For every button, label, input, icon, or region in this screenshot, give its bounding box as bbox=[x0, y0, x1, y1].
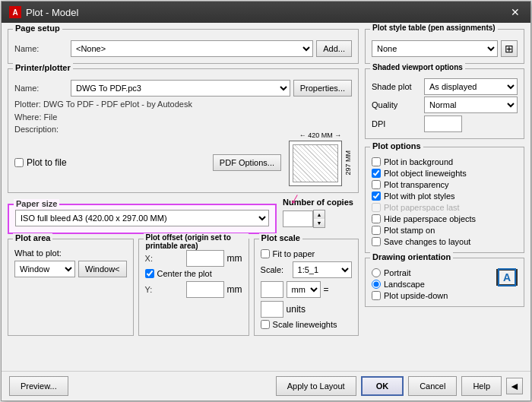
paper-diagram-inner bbox=[293, 144, 338, 182]
plot-offset-group: Plot offset (origin set to printable are… bbox=[138, 239, 249, 336]
center-plot-label: Center the plot bbox=[157, 269, 212, 278]
plot-style-select[interactable]: None bbox=[372, 40, 498, 57]
fit-to-paper-checkbox[interactable] bbox=[261, 249, 270, 258]
preview-button[interactable]: Preview... bbox=[9, 376, 68, 396]
description-label: Description: bbox=[14, 125, 59, 134]
plot-object-lineweights-checkbox[interactable] bbox=[372, 169, 381, 178]
y-unit: mm bbox=[227, 284, 242, 295]
dialog-title: Plot - Model bbox=[26, 7, 78, 18]
plot-in-background-checkbox[interactable] bbox=[372, 157, 381, 166]
hide-paperspace-objects-checkbox[interactable] bbox=[372, 214, 381, 223]
scale-val2-input[interactable]: 5 bbox=[261, 301, 283, 318]
paper-size-select[interactable]: ISO full bleed A3 (420.00 x 297.00 MM) bbox=[15, 210, 269, 226]
scale-values-row: 1 mm = bbox=[261, 281, 352, 298]
orientation-content: Portrait Landscape Plot upside-down A bbox=[372, 266, 518, 300]
plot-stamp-on-label: Plot stamp on bbox=[384, 226, 435, 235]
plot-stamp-on-row: Plot stamp on bbox=[372, 226, 518, 235]
dpi-row: DPI 100 bbox=[372, 116, 518, 132]
scale-val2-row: 5 units bbox=[261, 301, 352, 318]
plot-scale-group: Plot scale Fit to paper Scale: 1:5_1 1 bbox=[254, 239, 359, 336]
center-plot-checkbox[interactable] bbox=[145, 269, 154, 278]
plot-paperspace-last-label: Plot paperspace last bbox=[384, 203, 460, 212]
paper-diagram bbox=[289, 141, 342, 186]
pdf-options-button[interactable]: PDF Options... bbox=[213, 154, 281, 171]
apply-to-layout-button[interactable]: Apply to Layout bbox=[276, 376, 356, 396]
printer-name-label: Name: bbox=[14, 84, 68, 93]
plotter-label: Plotter: bbox=[14, 100, 41, 109]
plot-offset-title: Plot offset (origin set to printable are… bbox=[144, 233, 249, 250]
landscape-radio[interactable] bbox=[372, 280, 381, 289]
x-input[interactable]: 0.00 bbox=[186, 250, 224, 267]
portrait-radio[interactable] bbox=[372, 268, 381, 277]
scale-val1-input[interactable]: 1 bbox=[261, 281, 283, 298]
shade-plot-label: Shade plot bbox=[372, 82, 421, 91]
cancel-button[interactable]: Cancel bbox=[408, 376, 457, 396]
scale-lineweights-checkbox[interactable] bbox=[261, 320, 270, 329]
plot-with-plot-styles-label: Plot with plot styles bbox=[384, 192, 455, 201]
y-input[interactable]: 0.50 bbox=[186, 281, 224, 298]
bottom-area: Plot area What to plot: Window Window< P… bbox=[8, 239, 359, 336]
properties-button[interactable]: Properties... bbox=[293, 80, 352, 97]
help-button[interactable]: Help bbox=[461, 376, 502, 396]
back-icon-button[interactable]: ◄ bbox=[506, 378, 523, 394]
plot-options-group: Plot options Plot in background Plot obj… bbox=[365, 147, 524, 253]
title-bar-left: A Plot - Model bbox=[9, 6, 78, 18]
fit-to-paper-label: Fit to paper bbox=[273, 249, 315, 258]
plot-in-background-row: Plot in background bbox=[372, 157, 518, 166]
copies-input-container: 1 ▲ ▼ ↑ bbox=[283, 210, 325, 228]
what-to-plot-label: What to plot: bbox=[14, 248, 127, 258]
quality-select[interactable]: Normal bbox=[424, 97, 518, 113]
orientation-options: Portrait Landscape Plot upside-down bbox=[372, 266, 448, 300]
footer-left: Preview... bbox=[9, 376, 68, 396]
plot-to-file-checkbox[interactable] bbox=[14, 158, 24, 167]
page-setup-name-select[interactable]: <None> bbox=[71, 40, 313, 57]
shade-plot-select[interactable]: As displayed bbox=[424, 78, 518, 95]
paper-size-title: Paper size bbox=[14, 199, 59, 208]
plot-to-file-row: Plot to file PDF Options... ← 420 MM → 2… bbox=[14, 139, 352, 186]
plot-paperspace-last-checkbox[interactable] bbox=[372, 203, 381, 212]
dpi-label: DPI bbox=[372, 119, 421, 128]
plot-with-plot-styles-row: Plot with plot styles bbox=[372, 192, 518, 201]
y-row: Y: 0.50 mm bbox=[145, 281, 242, 298]
plot-with-plot-styles-checkbox[interactable] bbox=[372, 192, 381, 201]
copies-spinner: 1 ▲ ▼ bbox=[283, 210, 325, 228]
spinner-up-button[interactable]: ▲ bbox=[314, 210, 325, 219]
scale-lineweights-row: Scale lineweights bbox=[261, 320, 352, 329]
copies-input[interactable]: 1 bbox=[283, 210, 313, 227]
plot-style-icon-button[interactable]: ⊞ bbox=[501, 40, 518, 57]
plot-transparency-checkbox[interactable] bbox=[372, 180, 381, 189]
plot-in-background-label: Plot in background bbox=[384, 157, 453, 166]
upside-down-row: Plot upside-down bbox=[372, 291, 448, 300]
plot-object-lineweights-label: Plot object lineweights bbox=[384, 169, 467, 178]
add-button[interactable]: Add... bbox=[316, 40, 352, 57]
drawing-orientation-title: Drawing orientation bbox=[370, 252, 453, 261]
portrait-row: Portrait bbox=[372, 268, 448, 277]
window-button[interactable]: Window< bbox=[78, 261, 127, 277]
scale-select[interactable]: 1:5_1 bbox=[293, 261, 352, 278]
printer-name-select[interactable]: DWG To PDF.pc3 bbox=[71, 80, 290, 97]
plot-upside-down-checkbox[interactable] bbox=[372, 291, 381, 300]
what-to-plot-select[interactable]: Window bbox=[14, 261, 75, 277]
spinner-down-button[interactable]: ▼ bbox=[314, 219, 325, 227]
plot-object-lineweights-row: Plot object lineweights bbox=[372, 169, 518, 178]
shaded-viewport-title: Shaded viewport options bbox=[370, 63, 465, 71]
dpi-input[interactable]: 100 bbox=[424, 116, 462, 132]
plot-transparency-label: Plot transparency bbox=[384, 180, 449, 189]
ok-button[interactable]: OK bbox=[361, 376, 404, 396]
drawing-orientation-group: Drawing orientation Portrait Landscape bbox=[365, 258, 524, 307]
landscape-a-icon: A bbox=[498, 268, 516, 286]
close-button[interactable]: ✕ bbox=[508, 5, 523, 20]
page-setup-title: Page setup bbox=[13, 24, 62, 33]
plot-stamp-on-checkbox[interactable] bbox=[372, 226, 381, 235]
save-changes-to-layout-checkbox[interactable] bbox=[372, 237, 381, 246]
shade-plot-row: Shade plot As displayed bbox=[372, 78, 518, 95]
page-setup-name-row: Name: <None> Add... bbox=[14, 40, 352, 57]
y-label: Y: bbox=[145, 285, 183, 294]
scale-unit-select[interactable]: mm bbox=[287, 281, 321, 298]
plot-dialog: A Plot - Model ✕ Page setup Name: <None>… bbox=[1, 1, 531, 401]
units-label: units bbox=[287, 304, 306, 315]
paper-size-box: Paper size ISO full bleed A3 (420.00 x 2… bbox=[8, 204, 277, 234]
plot-to-file-label: Plot to file bbox=[27, 157, 67, 168]
plot-paperspace-last-row: Plot paperspace last bbox=[372, 203, 518, 212]
save-changes-to-layout-row: Save changes to layout bbox=[372, 237, 518, 246]
